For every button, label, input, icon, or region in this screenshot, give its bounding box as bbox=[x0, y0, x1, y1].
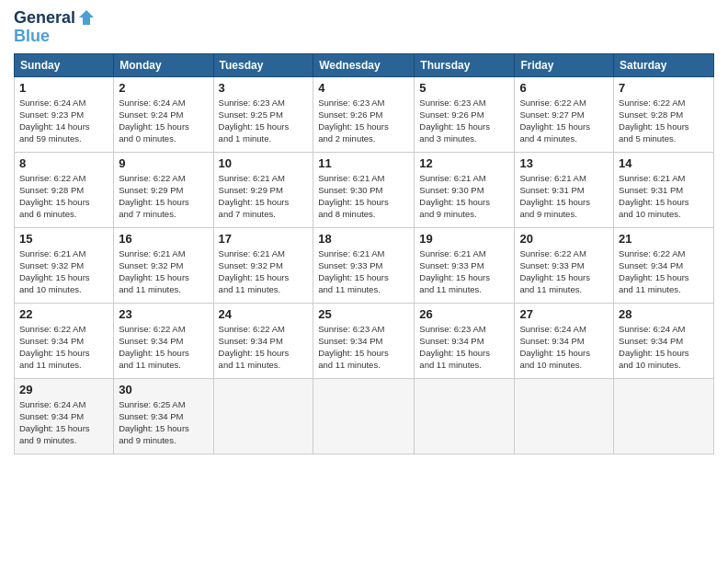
logo: General Blue bbox=[14, 9, 96, 46]
day-info: Sunrise: 6:24 AM Sunset: 9:24 PM Dayligh… bbox=[119, 97, 208, 145]
calendar-cell: 10Sunrise: 6:21 AM Sunset: 9:29 PM Dayli… bbox=[213, 152, 313, 227]
day-number: 25 bbox=[318, 307, 409, 321]
calendar-cell: 21Sunrise: 6:22 AM Sunset: 9:34 PM Dayli… bbox=[614, 227, 714, 303]
day-info: Sunrise: 6:24 AM Sunset: 9:23 PM Dayligh… bbox=[19, 97, 108, 145]
day-number: 20 bbox=[519, 232, 609, 246]
day-number: 3 bbox=[219, 81, 309, 95]
svg-marker-0 bbox=[79, 10, 94, 25]
calendar-header-tuesday: Tuesday bbox=[213, 53, 313, 76]
calendar-cell: 24Sunrise: 6:22 AM Sunset: 9:34 PM Dayli… bbox=[213, 303, 313, 378]
day-number: 28 bbox=[619, 307, 709, 321]
calendar-cell: 7Sunrise: 6:22 AM Sunset: 9:28 PM Daylig… bbox=[614, 76, 714, 152]
calendar-week-row: 1Sunrise: 6:24 AM Sunset: 9:23 PM Daylig… bbox=[15, 76, 714, 152]
day-info: Sunrise: 6:21 AM Sunset: 9:32 PM Dayligh… bbox=[119, 247, 208, 296]
day-info: Sunrise: 6:21 AM Sunset: 9:33 PM Dayligh… bbox=[419, 247, 509, 296]
calendar-header-monday: Monday bbox=[114, 53, 213, 76]
calendar-cell: 27Sunrise: 6:24 AM Sunset: 9:34 PM Dayli… bbox=[515, 303, 614, 378]
day-number: 8 bbox=[19, 156, 108, 170]
calendar-cell: 28Sunrise: 6:24 AM Sunset: 9:34 PM Dayli… bbox=[614, 303, 714, 378]
header: General Blue bbox=[14, 9, 714, 46]
logo-text-general: General bbox=[14, 9, 75, 28]
calendar-cell: 1Sunrise: 6:24 AM Sunset: 9:23 PM Daylig… bbox=[15, 76, 114, 152]
day-number: 10 bbox=[219, 156, 309, 170]
day-number: 11 bbox=[318, 156, 409, 170]
day-number: 5 bbox=[419, 81, 509, 95]
day-number: 21 bbox=[619, 232, 709, 246]
day-info: Sunrise: 6:23 AM Sunset: 9:25 PM Dayligh… bbox=[219, 97, 309, 145]
page: General Blue SundayMondayTuesdayWednesda… bbox=[0, 0, 728, 563]
calendar-cell bbox=[213, 378, 313, 454]
day-number: 22 bbox=[19, 307, 108, 321]
day-info: Sunrise: 6:21 AM Sunset: 9:29 PM Dayligh… bbox=[219, 172, 309, 221]
day-info: Sunrise: 6:21 AM Sunset: 9:30 PM Dayligh… bbox=[419, 172, 509, 221]
day-info: Sunrise: 6:22 AM Sunset: 9:34 PM Dayligh… bbox=[619, 247, 709, 296]
day-number: 18 bbox=[318, 232, 409, 246]
day-number: 9 bbox=[119, 156, 208, 170]
calendar-cell: 15Sunrise: 6:21 AM Sunset: 9:32 PM Dayli… bbox=[15, 227, 114, 303]
calendar-cell: 6Sunrise: 6:22 AM Sunset: 9:27 PM Daylig… bbox=[515, 76, 614, 152]
calendar-header-wednesday: Wednesday bbox=[313, 53, 415, 76]
calendar-week-row: 29Sunrise: 6:24 AM Sunset: 9:34 PM Dayli… bbox=[15, 378, 714, 454]
calendar-week-row: 22Sunrise: 6:22 AM Sunset: 9:34 PM Dayli… bbox=[15, 303, 714, 378]
day-info: Sunrise: 6:23 AM Sunset: 9:26 PM Dayligh… bbox=[318, 97, 409, 145]
day-info: Sunrise: 6:25 AM Sunset: 9:34 PM Dayligh… bbox=[119, 398, 208, 447]
calendar-cell: 12Sunrise: 6:21 AM Sunset: 9:30 PM Dayli… bbox=[415, 152, 515, 227]
day-number: 7 bbox=[619, 81, 709, 95]
day-info: Sunrise: 6:22 AM Sunset: 9:27 PM Dayligh… bbox=[519, 97, 609, 145]
day-info: Sunrise: 6:21 AM Sunset: 9:31 PM Dayligh… bbox=[619, 172, 709, 221]
calendar-cell: 20Sunrise: 6:22 AM Sunset: 9:33 PM Dayli… bbox=[515, 227, 614, 303]
day-info: Sunrise: 6:22 AM Sunset: 9:33 PM Dayligh… bbox=[519, 247, 609, 296]
calendar-header-thursday: Thursday bbox=[415, 53, 515, 76]
calendar-cell: 22Sunrise: 6:22 AM Sunset: 9:34 PM Dayli… bbox=[15, 303, 114, 378]
day-number: 23 bbox=[119, 307, 208, 321]
calendar-table: SundayMondayTuesdayWednesdayThursdayFrid… bbox=[14, 53, 714, 454]
calendar-cell: 14Sunrise: 6:21 AM Sunset: 9:31 PM Dayli… bbox=[614, 152, 714, 227]
day-number: 1 bbox=[19, 81, 108, 95]
calendar-cell bbox=[415, 378, 515, 454]
calendar-header-row: SundayMondayTuesdayWednesdayThursdayFrid… bbox=[15, 53, 714, 76]
calendar-week-row: 8Sunrise: 6:22 AM Sunset: 9:28 PM Daylig… bbox=[15, 152, 714, 227]
calendar-cell: 2Sunrise: 6:24 AM Sunset: 9:24 PM Daylig… bbox=[114, 76, 213, 152]
logo-icon bbox=[77, 8, 96, 27]
day-number: 15 bbox=[19, 232, 108, 246]
day-number: 14 bbox=[619, 156, 709, 170]
day-number: 19 bbox=[419, 232, 509, 246]
calendar-cell bbox=[313, 378, 415, 454]
day-info: Sunrise: 6:21 AM Sunset: 9:32 PM Dayligh… bbox=[19, 247, 108, 296]
day-info: Sunrise: 6:21 AM Sunset: 9:30 PM Dayligh… bbox=[318, 172, 409, 221]
day-number: 12 bbox=[419, 156, 509, 170]
calendar-cell: 13Sunrise: 6:21 AM Sunset: 9:31 PM Dayli… bbox=[515, 152, 614, 227]
day-number: 17 bbox=[219, 232, 309, 246]
calendar-cell: 26Sunrise: 6:23 AM Sunset: 9:34 PM Dayli… bbox=[415, 303, 515, 378]
day-number: 29 bbox=[19, 383, 108, 396]
calendar-week-row: 15Sunrise: 6:21 AM Sunset: 9:32 PM Dayli… bbox=[15, 227, 714, 303]
day-number: 30 bbox=[119, 383, 208, 396]
calendar-cell: 17Sunrise: 6:21 AM Sunset: 9:32 PM Dayli… bbox=[213, 227, 313, 303]
calendar-cell: 30Sunrise: 6:25 AM Sunset: 9:34 PM Dayli… bbox=[114, 378, 213, 454]
calendar-cell: 9Sunrise: 6:22 AM Sunset: 9:29 PM Daylig… bbox=[114, 152, 213, 227]
day-number: 24 bbox=[219, 307, 309, 321]
calendar-header-friday: Friday bbox=[515, 53, 614, 76]
day-number: 16 bbox=[119, 232, 208, 246]
calendar-header-sunday: Sunday bbox=[15, 53, 114, 76]
day-info: Sunrise: 6:23 AM Sunset: 9:26 PM Dayligh… bbox=[419, 97, 509, 145]
day-info: Sunrise: 6:24 AM Sunset: 9:34 PM Dayligh… bbox=[19, 398, 108, 447]
day-info: Sunrise: 6:23 AM Sunset: 9:34 PM Dayligh… bbox=[318, 323, 409, 372]
calendar-cell: 11Sunrise: 6:21 AM Sunset: 9:30 PM Dayli… bbox=[313, 152, 415, 227]
calendar-cell: 8Sunrise: 6:22 AM Sunset: 9:28 PM Daylig… bbox=[15, 152, 114, 227]
logo-text-blue: Blue bbox=[14, 28, 96, 46]
day-info: Sunrise: 6:21 AM Sunset: 9:33 PM Dayligh… bbox=[318, 247, 409, 296]
day-number: 2 bbox=[119, 81, 208, 95]
calendar-cell: 4Sunrise: 6:23 AM Sunset: 9:26 PM Daylig… bbox=[313, 76, 415, 152]
day-info: Sunrise: 6:24 AM Sunset: 9:34 PM Dayligh… bbox=[519, 323, 609, 372]
day-number: 13 bbox=[519, 156, 609, 170]
day-info: Sunrise: 6:21 AM Sunset: 9:31 PM Dayligh… bbox=[519, 172, 609, 221]
day-number: 6 bbox=[519, 81, 609, 95]
calendar-cell bbox=[515, 378, 614, 454]
day-number: 27 bbox=[519, 307, 609, 321]
day-number: 26 bbox=[419, 307, 509, 321]
day-info: Sunrise: 6:22 AM Sunset: 9:34 PM Dayligh… bbox=[119, 323, 208, 372]
calendar-cell: 18Sunrise: 6:21 AM Sunset: 9:33 PM Dayli… bbox=[313, 227, 415, 303]
day-info: Sunrise: 6:21 AM Sunset: 9:32 PM Dayligh… bbox=[219, 247, 309, 296]
calendar-body: 1Sunrise: 6:24 AM Sunset: 9:23 PM Daylig… bbox=[15, 76, 714, 454]
